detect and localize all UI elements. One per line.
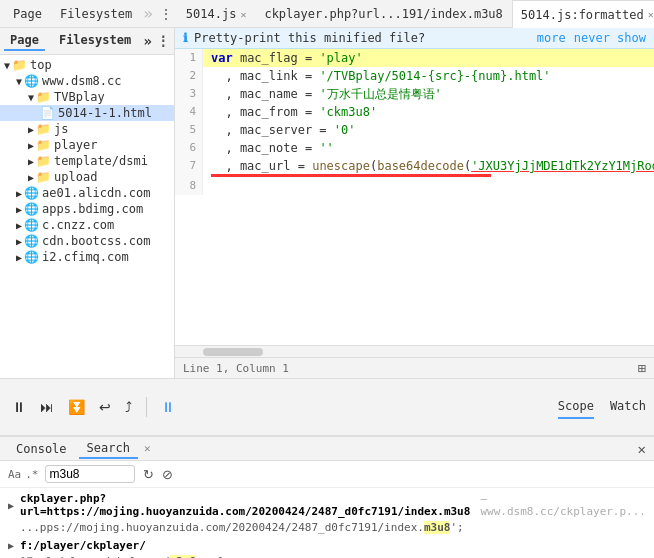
result-domain-ckplayer: — www.dsm8.cc/ckplayer.p... <box>480 492 646 518</box>
line-content-4: , mac_from = 'ckm3u8' <box>203 103 377 121</box>
info-links: more never show <box>537 31 646 45</box>
result-file-ckplayer[interactable]: ▶ ckplayer.php?url=https://mojing.huoyan… <box>0 490 654 520</box>
h-scrollbar-thumb[interactable] <box>203 348 263 356</box>
result-arrow-ckplayer: ▶ <box>8 500 14 511</box>
code-line-4: 4 , mac_from = 'ckm3u8' <box>175 103 654 121</box>
status-toggle[interactable]: ⊞ <box>638 360 646 376</box>
tree-item-dsm8[interactable]: ▼ 🌐 www.dsm8.cc <box>0 73 174 89</box>
domain-icon-bdimg: 🌐 <box>24 202 39 216</box>
search-refresh-btn[interactable]: ↻ <box>141 467 156 482</box>
line-content-1: var mac_flag = 'play' <box>203 49 363 67</box>
search-clear-btn[interactable]: ⊘ <box>160 467 175 482</box>
search-input-wrap <box>45 465 135 483</box>
info-icon: ℹ <box>183 31 188 45</box>
code-area[interactable]: 1 var mac_flag = 'play' 2 , mac_link = '… <box>175 49 654 345</box>
sidebar-tabs: Page Filesystem <box>4 31 137 51</box>
bottom-tab-search[interactable]: Search <box>79 439 138 459</box>
folder-icon-js: 📁 <box>36 122 51 136</box>
search-input[interactable] <box>50 467 130 481</box>
code-line-8: 8 <box>175 177 654 195</box>
bottom-panel-close[interactable]: ✕ <box>638 441 646 457</box>
debug-btn-step-over[interactable]: ⏭ <box>36 397 58 417</box>
search-results: ▶ ckplayer.php?url=https://mojing.huoyan… <box>0 488 654 558</box>
arrow-template: ▶ <box>28 156 34 167</box>
folder-icon-upload: 📁 <box>36 170 51 184</box>
main-layout: Page Filesystem » ⋮ ▼ 📁 top ▼ 🌐 www.dsm8… <box>0 28 654 378</box>
domain-icon-cfimq: 🌐 <box>24 250 39 264</box>
tree-item-cfimq[interactable]: ▶ 🌐 i2.cfimq.com <box>0 249 174 265</box>
bottom-tab-search-close[interactable]: ✕ <box>144 442 151 455</box>
debug-tab-scope[interactable]: Scope <box>558 395 594 419</box>
code-line-3: 3 , mac_name = '万水千山总是情粤语' <box>175 85 654 103</box>
arrow-tvbplay: ▼ <box>28 92 34 103</box>
tree-label-template: template/dsmi <box>54 154 148 168</box>
result-filename-fplayer: f:/player/ckplayer/ <box>20 539 146 552</box>
tree-label-top: top <box>30 58 52 72</box>
tab-filesystem[interactable]: Filesystem <box>51 0 141 28</box>
debug-btn-step-into[interactable]: ⏬ <box>64 397 89 417</box>
tab-5014formatted[interactable]: 5014.js:formatted ✕ <box>512 0 654 28</box>
debugger-toolbar: ⏸ ⏭ ⏬ ↩ ⤴ ⏸ Scope Watch <box>0 378 654 436</box>
tab-separator-1: » <box>141 4 155 23</box>
folder-icon-template: 📁 <box>36 154 51 168</box>
tab-5014formatted-close[interactable]: ✕ <box>648 9 654 20</box>
info-text: Pretty-print this minified file? <box>194 31 425 45</box>
case-sensitive-label: Aa <box>8 468 21 481</box>
tree-item-bdimg[interactable]: ▶ 🌐 apps.bdimg.com <box>0 201 174 217</box>
tree-item-ae01[interactable]: ▶ 🌐 ae01.alicdn.com <box>0 185 174 201</box>
tab-page[interactable]: Page <box>4 0 51 28</box>
tab-filesystem-label: Filesystem <box>60 7 132 21</box>
tab-ckplayer-label: ckplayer.php?url...191/index.m3u8 <box>264 7 502 21</box>
search-bar: Aa .* ↻ ⊘ <box>0 461 654 488</box>
arrow-ae01: ▶ <box>16 188 22 199</box>
arrow-upload: ▶ <box>28 172 34 183</box>
tree-label-js: js <box>54 122 68 136</box>
debug-tab-watch[interactable]: Watch <box>610 395 646 419</box>
arrow-cfimq: ▶ <box>16 252 22 263</box>
tree-label-bootcss: cdn.bootcss.com <box>42 234 150 248</box>
h-scrollbar[interactable] <box>175 345 654 357</box>
info-link-more[interactable]: more <box>537 31 566 45</box>
tab-5014js[interactable]: 5014.js ✕ <box>177 0 256 28</box>
arrow-player: ▶ <box>28 140 34 151</box>
tree-label-player: player <box>54 138 97 152</box>
tab-ckplayer[interactable]: ckplayer.php?url...191/index.m3u8 <box>255 0 511 28</box>
debug-btn-pause[interactable]: ⏸ <box>8 397 30 417</box>
tree-item-5014html[interactable]: 📄 5014-1-1.html <box>0 105 174 121</box>
debug-btn-step-out[interactable]: ↩ <box>95 397 115 417</box>
debug-btn-deactivate[interactable]: ⏸ <box>157 397 179 417</box>
tree-item-template[interactable]: ▶ 📁 template/dsmi <box>0 153 174 169</box>
debug-btn-step[interactable]: ⤴ <box>121 397 136 417</box>
tab-5014js-close[interactable]: ✕ <box>240 9 246 20</box>
tree-item-js[interactable]: ▶ 📁 js <box>0 121 174 137</box>
result-file-fplayer[interactable]: ▶ f:/player/ckplayer/ <box>0 537 654 554</box>
tree-item-tvbplay[interactable]: ▼ 📁 TVBplay <box>0 89 174 105</box>
sidebar-menu[interactable]: ⋮ <box>156 33 170 49</box>
code-line-1: 1 var mac_flag = 'play' <box>175 49 654 67</box>
tree-item-bootcss[interactable]: ▶ 🌐 cdn.bootcss.com <box>0 233 174 249</box>
domain-icon-dsm8: 🌐 <box>24 74 39 88</box>
folder-icon-top: 📁 <box>12 58 27 72</box>
result-arrow-fplayer: ▶ <box>8 540 14 551</box>
tree-item-top[interactable]: ▼ 📁 top <box>0 57 174 73</box>
tab-5014formatted-label: 5014.js:formatted <box>521 8 644 22</box>
line-content-7: , mac_url = unescape(base64decode('JXU3Y… <box>203 157 654 175</box>
tree-item-upload[interactable]: ▶ 📁 upload <box>0 169 174 185</box>
line-num-8: 8 <box>175 177 203 195</box>
arrow-top: ▼ <box>4 60 10 71</box>
result-line-ckplayer-1[interactable]: ...pps://mojing.huoyanzuida.com/20200424… <box>0 520 654 535</box>
status-bar: Line 1, Column 1 ⊞ <box>175 357 654 378</box>
info-link-never[interactable]: never show <box>574 31 646 45</box>
bottom-tab-console[interactable]: Console <box>8 440 75 458</box>
tab-overflow-menu[interactable]: ⋮ <box>155 6 177 22</box>
tree-label-cfimq: i2.cfimq.com <box>42 250 129 264</box>
sidebar-tab-filesystem[interactable]: Filesystem <box>53 31 137 51</box>
sidebar-overflow[interactable]: » <box>144 33 152 49</box>
tree-item-cnzz[interactable]: ▶ 🌐 c.cnzz.com <box>0 217 174 233</box>
tree-label-upload: upload <box>54 170 97 184</box>
result-line-fplayer-1[interactable]: 17 f:/player/ckplayer/m3u8.swf, <box>0 554 654 558</box>
sidebar-tab-page[interactable]: Page <box>4 31 45 51</box>
tree-label-5014html: 5014-1-1.html <box>58 106 152 120</box>
file-tree: ▼ 📁 top ▼ 🌐 www.dsm8.cc ▼ 📁 TVBplay <box>0 55 174 267</box>
tree-item-player[interactable]: ▶ 📁 player <box>0 137 174 153</box>
